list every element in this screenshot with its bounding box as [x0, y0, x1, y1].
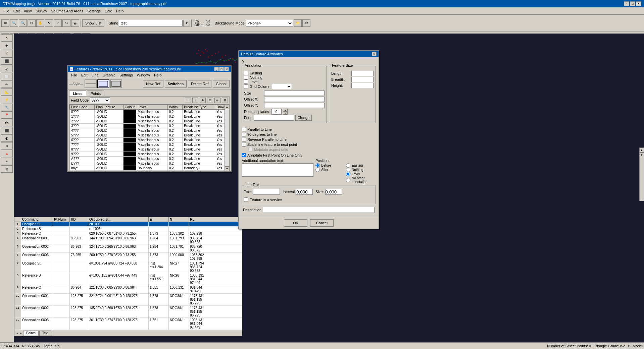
sidebar-btn-1[interactable]: ↖	[1, 34, 13, 42]
new-ref-button[interactable]: New Ref	[143, 80, 163, 88]
table-row[interactable]: 8???-SOLIDMiscellaneous0.2Break LineYes	[70, 147, 229, 152]
show-list-button[interactable]: Show List	[82, 19, 104, 27]
close-button[interactable]: ✕	[636, 1, 641, 6]
sidebar-btn-14[interactable]: ◐	[1, 134, 13, 142]
ninety-checkbox[interactable]	[242, 132, 246, 136]
menu-survey[interactable]: Survey	[34, 8, 49, 14]
feat-menu-graphic[interactable]: Graphic	[101, 72, 118, 77]
fc-btn-3[interactable]: ⊕	[200, 98, 206, 103]
decimal-places-input[interactable]	[271, 109, 282, 115]
zoom-extents-button[interactable]: ⊞	[1, 19, 9, 27]
nothing-pos-radio[interactable]	[346, 168, 350, 172]
table-row[interactable]: B???-SOLIDMiscellaneous0.2Break LineYes	[70, 161, 229, 166]
level-checkbox[interactable]	[244, 79, 248, 84]
scroll-up-arrow[interactable]: ▲	[640, 148, 644, 153]
decimal-down-button[interactable]: ▼	[283, 112, 288, 115]
feat-menu-window[interactable]: Window	[135, 72, 152, 77]
table-row[interactable]: 4 Observation 0001 86.963 144'15'00.0 09…	[14, 236, 242, 244]
table-row[interactable]: 11 Observation 0002 128.275 135'02'40.0 …	[14, 306, 242, 318]
change-button[interactable]: Change	[295, 115, 312, 121]
decimal-up-button[interactable]: ▲	[283, 109, 288, 112]
table-scroll-up[interactable]: ▲	[225, 105, 229, 109]
table-row[interactable]: 6 Observation 0003 73.255 200'10'50.0 27…	[14, 253, 242, 261]
table-scroll-down[interactable]: ▼	[225, 166, 229, 171]
string-dropdown[interactable]: ▼	[183, 20, 190, 26]
menu-file[interactable]: File	[1, 8, 11, 14]
redo-button[interactable]: ↪	[62, 19, 70, 27]
table-row[interactable]: 9???-SOLIDMiscellaneous0.2Break LineYes	[70, 152, 229, 157]
sidebar-btn-10[interactable]: 🔧	[1, 104, 13, 111]
sidebar-btn-6[interactable]: ⬜	[1, 73, 13, 80]
features-minimize-button[interactable]: _	[214, 67, 219, 71]
bg-model-browse[interactable]: 📁	[294, 19, 302, 27]
table-row[interactable]: 3???-SOLIDMiscellaneous0.2Break LineYes	[70, 124, 229, 128]
height-input[interactable]	[351, 83, 374, 88]
style-shape-2[interactable]	[97, 79, 109, 88]
interval-input[interactable]	[296, 189, 313, 195]
table-row[interactable]: 7???-SOLIDMiscellaneous0.2Break LineYes	[70, 142, 229, 147]
description-input[interactable]	[263, 207, 375, 213]
grid-column-select[interactable]	[272, 84, 292, 89]
fc-btn-1[interactable]: ↑	[185, 98, 191, 103]
dfa-close-button[interactable]: ✕	[372, 52, 377, 56]
feat-menu-line[interactable]: Line	[90, 72, 101, 77]
length-input[interactable]	[351, 71, 374, 76]
bg-model-settings[interactable]: ⚙	[302, 19, 310, 27]
grid-column-checkbox[interactable]	[244, 84, 248, 89]
maintain-checkbox[interactable]	[248, 147, 253, 152]
table-row[interactable]: 10 Observation 0001 128.275 321'50'24.0 …	[14, 294, 242, 306]
ok-button[interactable]: OK	[284, 219, 307, 227]
zoom-out-button[interactable]: 🔍	[19, 19, 27, 27]
menu-settings[interactable]: Settings	[85, 8, 103, 14]
fc-btn-2[interactable]: ↓	[192, 98, 198, 103]
table-row[interactable]: 0???-SOLIDMiscellaneous0.2Break LineYes	[70, 110, 229, 114]
table-row[interactable]: bdyr-SOLIDBoundary0.5Boundary RYes	[70, 171, 229, 172]
no-other-radio[interactable]	[346, 178, 350, 182]
maximize-button[interactable]: □	[630, 1, 635, 6]
table-row[interactable]: 3 Reference O 020'10'50.0 087'51'40.0 73…	[14, 231, 242, 236]
additional-text-area[interactable]	[242, 163, 313, 177]
table-row[interactable]: 2 Reference S e=1006	[14, 227, 242, 231]
pan-button[interactable]: ✋	[36, 19, 44, 27]
table-row[interactable]: 2???-SOLIDMiscellaneous0.2Break LineYes	[70, 119, 229, 124]
features-restore-button[interactable]: □	[219, 67, 224, 71]
menu-edit[interactable]: Edit	[11, 8, 22, 14]
field-code-select[interactable]: 0???	[90, 97, 110, 103]
tab-lines[interactable]: Lines	[69, 91, 86, 96]
menu-volumes[interactable]: Volumes And Areas	[49, 8, 85, 14]
switches-button[interactable]: Switches	[165, 80, 187, 88]
tab-points[interactable]: Points	[23, 331, 39, 336]
feat-menu-edit[interactable]: Edit	[79, 72, 90, 77]
fc-btn-6[interactable]: ⊞	[222, 98, 228, 103]
tab-points[interactable]: Points	[87, 91, 105, 96]
feature-service-checkbox[interactable]	[244, 197, 248, 202]
table-row[interactable]: 7 Occupied St. e=1081.794 n=938.724 +90.…	[14, 261, 242, 273]
easting-pos-radio[interactable]	[346, 163, 350, 168]
table-row[interactable]: 6???-SOLIDMiscellaneous0.2Break LineYes	[70, 138, 229, 142]
delete-ref-button[interactable]: Delete Ref	[188, 80, 211, 88]
size-lt-input[interactable]	[325, 189, 342, 195]
menu-help[interactable]: Help	[114, 8, 126, 14]
table-row[interactable]: 5???-SOLIDMiscellaneous0.2Break LineYes	[70, 133, 229, 138]
table-row[interactable]: 12 Observation 0003 128.275 301'10'30.0 …	[14, 318, 242, 330]
style-shape-3[interactable]	[110, 79, 122, 88]
undo-button[interactable]: ↩	[54, 19, 62, 27]
easting-checkbox[interactable]	[244, 71, 248, 75]
reverse-checkbox[interactable]	[242, 137, 246, 141]
table-scrollbar[interactable]: ▲ ▼	[225, 105, 229, 171]
sidebar-btn-16[interactable]: 🔺	[1, 150, 13, 157]
text-input[interactable]	[253, 189, 280, 195]
offset-y-input[interactable]	[264, 103, 325, 108]
scroll-down-arrow[interactable]: ▼	[640, 153, 644, 157]
table-row[interactable]: 8 Reference S e=1006.131 n=981.044 +97.4…	[14, 273, 242, 285]
annotate-checkbox[interactable]	[242, 153, 246, 157]
sidebar-btn-3[interactable]: ⤢	[1, 50, 13, 57]
zoom-in-button[interactable]: 🔍	[10, 19, 18, 27]
nothing-checkbox[interactable]	[244, 75, 248, 79]
font-input[interactable]	[254, 115, 294, 121]
style-shape-1[interactable]	[85, 79, 97, 88]
sidebar-btn-18[interactable]: ⊞	[1, 165, 13, 173]
global-button[interactable]: Global	[213, 80, 230, 88]
feat-menu-settings[interactable]: Settings	[117, 72, 135, 77]
sidebar-btn-2[interactable]: ✚	[1, 42, 13, 49]
